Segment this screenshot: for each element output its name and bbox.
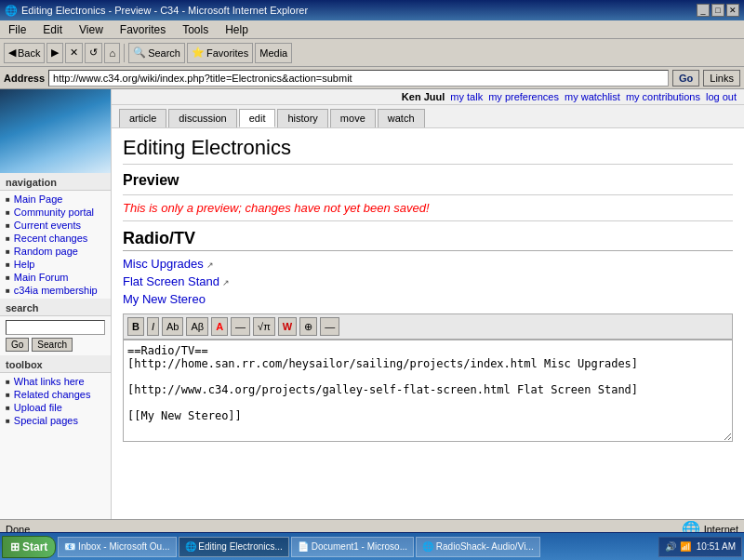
taskbar: ⊞ Start 📧 Inbox - Microsoft Ou... 🌐 Edit…: [0, 532, 744, 538]
sidebar-item-recentchanges[interactable]: ■ Recent changes: [0, 232, 111, 245]
refresh-button[interactable]: ↺: [85, 43, 102, 63]
close-button[interactable]: ✕: [726, 4, 739, 17]
favorites-button[interactable]: ⭐ Favorites: [187, 43, 253, 63]
ab-button[interactable]: Ab: [162, 317, 183, 336]
taskbar-document-button[interactable]: 📄 Document1 - Microso...: [291, 537, 414, 539]
sidebar-item-whatlinkshere[interactable]: ■ What links here: [0, 375, 111, 388]
sidebar-item-help[interactable]: ■ Help: [0, 258, 111, 271]
user-nav: Ken Juul my talk my preferences my watch…: [112, 89, 744, 105]
sidebar-item-currentevents[interactable]: ■ Current events: [0, 219, 111, 232]
menu-help[interactable]: Help: [221, 22, 252, 37]
menu-bar: File Edit View Favorites Tools Help: [0, 20, 744, 39]
back-icon: ◀: [8, 47, 16, 59]
bullet-icon: ■: [6, 208, 10, 217]
preview-heading: Preview: [123, 172, 733, 189]
menu-favorites[interactable]: Favorites: [116, 22, 169, 37]
sidebar-item-uploadfile[interactable]: ■ Upload file: [0, 401, 111, 414]
search-button[interactable]: Search: [32, 338, 73, 352]
navigation-nav: ■ Main Page ■ Community portal ■ Current…: [0, 191, 111, 299]
bullet-icon: ■: [6, 260, 10, 269]
address-input[interactable]: [48, 70, 669, 87]
nav-label: Random page: [14, 246, 78, 257]
star-icon: ⭐: [192, 47, 205, 59]
menu-view[interactable]: View: [75, 22, 107, 37]
stop-icon: ✕: [70, 47, 78, 59]
tab-watch[interactable]: watch: [378, 109, 425, 127]
maximize-button[interactable]: □: [711, 4, 724, 17]
tab-discussion[interactable]: discussion: [168, 109, 236, 127]
window-title: Editing Electronics - Preview - C34 - Mi…: [21, 5, 308, 16]
rule-button[interactable]: —: [231, 317, 250, 336]
menu-tools[interactable]: Tools: [179, 22, 212, 37]
my-preferences-link[interactable]: my preferences: [488, 91, 559, 102]
tab-article[interactable]: article: [119, 109, 166, 127]
sidebar-item-randompage[interactable]: ■ Random page: [0, 245, 111, 258]
bullet-icon: ■: [6, 404, 10, 412]
back-button[interactable]: ◀ Back: [4, 43, 45, 63]
toolbox-nav: ■ What links here ■ Related changes ■ Up…: [0, 373, 111, 429]
tab-move[interactable]: move: [330, 109, 376, 127]
circle-plus-button[interactable]: ⊕: [299, 317, 317, 336]
bullet-icon: ■: [6, 247, 10, 256]
ab-beta-button[interactable]: Aβ: [186, 317, 208, 336]
section-heading: Radio/TV: [123, 229, 733, 251]
wiki-tabs: article discussion edit history move wat…: [112, 105, 744, 128]
title-bar-left: 🌐 Editing Electronics - Preview - C34 - …: [5, 5, 308, 17]
minimize-button[interactable]: _: [697, 4, 710, 17]
log-out-link[interactable]: log out: [706, 91, 737, 102]
sidebar-item-relatedchanges[interactable]: ■ Related changes: [0, 388, 111, 401]
taskbar-editing-button[interactable]: 🌐 Editing Electronics...: [179, 537, 289, 539]
bullet-icon: ■: [6, 417, 10, 425]
wiki-button[interactable]: W: [278, 317, 297, 336]
menu-file[interactable]: File: [5, 22, 30, 37]
sidebar-item-mainforum[interactable]: ■ Main Forum: [0, 271, 111, 284]
sidebar-item-c34ia[interactable]: ■ c34ia membership: [0, 284, 111, 297]
list-item: Flat Screen Stand ↗: [123, 274, 733, 288]
new-stereo-link[interactable]: My New Stereo: [123, 292, 206, 306]
preview-warning: This is only a preview; changes have not…: [123, 194, 733, 221]
tab-history[interactable]: history: [277, 109, 327, 127]
start-button[interactable]: ⊞ Start: [2, 536, 56, 539]
address-bar: Address Go Links: [0, 67, 744, 89]
color-button[interactable]: A: [211, 317, 228, 336]
forward-button[interactable]: ▶: [46, 43, 63, 63]
flat-screen-link[interactable]: Flat Screen Stand: [123, 274, 219, 288]
sidebar-item-communityportal[interactable]: ■ Community portal: [0, 206, 111, 219]
links-button[interactable]: Links: [703, 70, 740, 87]
tab-edit[interactable]: edit: [239, 109, 276, 127]
home-icon: ⌂: [109, 47, 115, 59]
links-list: Misc Upgrades ↗ Flat Screen Stand ↗ My N…: [123, 257, 733, 306]
sqrt-pi-button[interactable]: √π: [253, 317, 275, 336]
go-button[interactable]: Go: [672, 70, 699, 87]
nav-label: Related changes: [14, 389, 91, 400]
search-button[interactable]: 🔍 Search: [128, 43, 185, 63]
dash-button[interactable]: —: [320, 317, 339, 336]
page-title: Editing Electronics: [123, 136, 733, 165]
list-item: Misc Upgrades ↗: [123, 257, 733, 271]
italic-button[interactable]: I: [147, 317, 159, 336]
bullet-icon: ■: [6, 234, 10, 243]
my-talk-link[interactable]: my talk: [450, 91, 483, 102]
taskbar-inbox-button[interactable]: 📧 Inbox - Microsoft Ou...: [58, 537, 176, 539]
stop-button[interactable]: ✕: [65, 43, 83, 63]
sidebar-item-specialpages[interactable]: ■ Special pages: [0, 414, 111, 427]
search-input[interactable]: [6, 320, 105, 335]
home-button[interactable]: ⌂: [104, 43, 120, 63]
nav-label: c34ia membership: [14, 285, 98, 296]
list-item: My New Stereo: [123, 292, 733, 306]
misc-upgrades-link[interactable]: Misc Upgrades: [123, 257, 204, 271]
edit-toolbar: B I Ab Aβ A — √π W ⊕ —: [123, 313, 733, 340]
search-section-title: search: [0, 299, 111, 316]
menu-edit[interactable]: Edit: [39, 22, 66, 37]
go-search-button[interactable]: Go: [6, 338, 29, 352]
media-button[interactable]: Media: [255, 43, 292, 63]
taskbar-radioshack-button[interactable]: 🌐 RadioShack- Audio/Vi...: [416, 537, 540, 539]
bold-button[interactable]: B: [127, 317, 144, 336]
my-contributions-link[interactable]: my contributions: [626, 91, 700, 102]
ie-logo-icon: 🌐: [5, 5, 18, 17]
sidebar-item-mainpage[interactable]: ■ Main Page: [0, 193, 111, 206]
my-watchlist-link[interactable]: my watchlist: [565, 91, 620, 102]
bullet-icon: ■: [6, 287, 10, 295]
nav-label: Special pages: [14, 415, 78, 426]
edit-textarea[interactable]: ==Radio/TV== [http://home.san.rr.com/hey…: [123, 340, 733, 442]
